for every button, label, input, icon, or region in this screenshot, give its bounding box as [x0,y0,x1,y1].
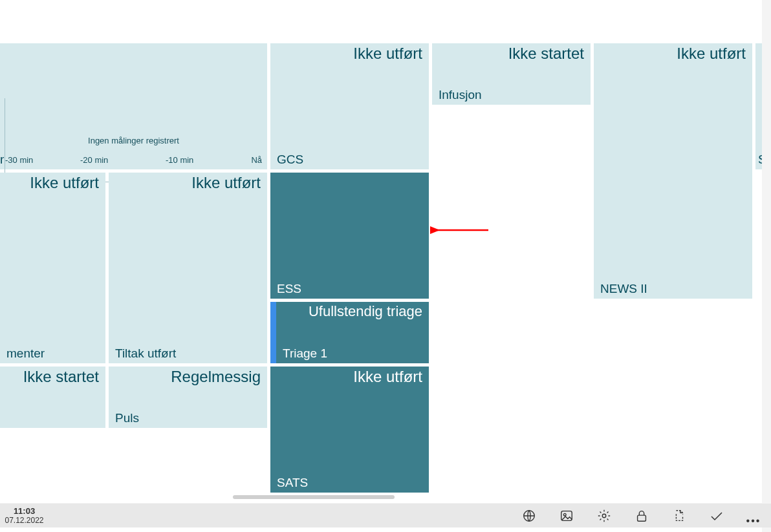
lock-icon[interactable] [634,508,649,524]
gear-icon[interactable] [596,508,612,524]
file-dashed-icon[interactable] [671,508,687,524]
tile-tiltak-status: Ikke utført [191,174,261,192]
tile-newsii-status: Ikke utført [677,45,746,63]
taskbar-clock[interactable]: 11:03 07.12.2022 [0,504,49,526]
tile-sats-label: SATS [277,476,308,490]
triage-priority-stripe [270,302,276,363]
tile-menter-status: Ikke utført [30,174,99,192]
vertical-scrollbar[interactable] [762,0,771,532]
tile-sats-status: Ikke utført [353,368,422,386]
more-icon[interactable]: ••• [746,509,761,523]
chart-tick-0: -30 min [5,155,33,165]
chart-tick-1: -20 min [80,155,108,165]
chart-tick-3: Nå [251,155,262,165]
tile-bottom-left[interactable]: Ikke startet [0,367,105,428]
tile-ess-label: ESS [277,282,301,296]
tile-puls-status: Regelmessig [171,368,261,386]
taskbar: 11:03 07.12.2022 ••• [0,503,771,527]
tile-gcs[interactable]: Ikke utført GCS [270,43,429,169]
tile-ess[interactable]: ESS [270,173,429,299]
tile-gcs-status: Ikke utført [353,45,422,63]
tile-newsii-label: NEWS II [600,282,647,296]
chart-tick-2: -10 min [166,155,193,165]
tile-sats[interactable]: Ikke utført SATS [270,367,429,493]
measurements-chart-tile[interactable]: Ingen målinger registrert -30 min -20 mi… [0,43,267,169]
tile-menter-label: menter [6,346,45,361]
tile-infusjon-status: Ikke startet [508,45,584,63]
svg-point-3 [563,513,566,516]
tile-bottom-left-status: Ikke startet [23,368,99,386]
tile-infusjon[interactable]: Ikke startet Infusjon [432,43,591,105]
taskbar-time-value: 11:03 [0,506,49,516]
tile-triage[interactable]: Ufullstendig triage Triage 1 [270,302,429,363]
chart-truncated-label: r [0,153,4,167]
chart-empty-message: Ingen målinger registrert [0,136,267,145]
tile-puls[interactable]: Regelmessig Puls [109,367,267,428]
tile-tiltak[interactable]: Ikke utført Tiltak utført [109,173,267,363]
tile-newsii[interactable]: Ikke utført NEWS II [594,43,752,299]
tile-tiltak-label: Tiltak utført [115,346,176,361]
tile-gcs-label: GCS [277,153,303,167]
svg-rect-5 [638,515,646,521]
tile-puls-label: Puls [115,411,139,425]
tile-triage-status: Ufullstendig triage [309,303,422,320]
globe-icon[interactable] [521,508,537,524]
taskbar-date-value: 07.12.2022 [0,516,49,526]
image-icon[interactable] [559,508,574,524]
tile-menter[interactable]: Ikke utført menter [0,173,105,363]
tile-triage-label: Triage 1 [283,346,327,361]
annotation-arrow [430,223,492,237]
check-icon[interactable] [709,508,724,524]
horizontal-scroll-thumb[interactable] [233,495,395,499]
tile-infusjon-label: Infusjon [439,88,482,102]
svg-point-4 [602,514,606,518]
